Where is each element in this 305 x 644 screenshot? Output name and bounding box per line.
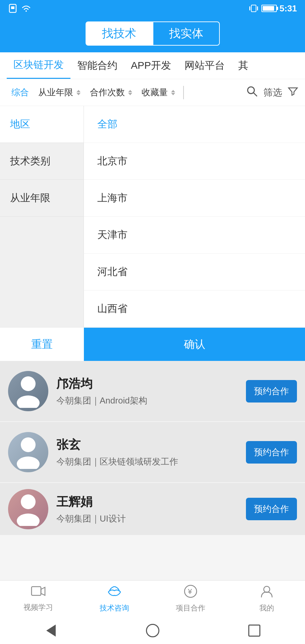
svg-line-6 — [254, 93, 257, 96]
avatar-1[interactable] — [8, 371, 48, 411]
book-coop-btn-2[interactable]: 预约合作 — [246, 441, 297, 464]
confirm-button[interactable]: 确认 — [84, 328, 305, 361]
dropdown-left-tech[interactable]: 技术类别 — [0, 143, 84, 180]
person-desc-1: 今朝集团｜Android架构 — [56, 395, 238, 407]
dropdown-right-options: 全部 北京市 上海市 天津市 河北省 山西省 — [84, 106, 305, 327]
person-list: 邝浩均 今朝集团｜Android架构 预约合作 张玄 今朝集团｜区块链领域研发工… — [0, 361, 305, 535]
battery-icon — [261, 5, 277, 12]
tab-find-tech[interactable]: 找技术 — [86, 21, 153, 46]
filter-funnel-icon[interactable] — [288, 86, 298, 99]
svg-rect-3 — [249, 6, 250, 10]
person-info-1: 邝浩均 今朝集团｜Android架构 — [56, 376, 238, 407]
svg-point-9 — [21, 437, 36, 452]
cat-smart-contract[interactable]: 智能合约 — [70, 52, 124, 79]
coop-sort-arrow — [128, 90, 132, 95]
svg-point-17 — [264, 586, 270, 592]
svg-rect-4 — [257, 6, 258, 10]
search-icon[interactable] — [246, 85, 258, 100]
category-nav: 区块链开发 智能合约 APP开发 网站平台 其 — [0, 52, 305, 79]
nav-project[interactable]: ¥ 项目合作 — [153, 585, 229, 613]
dropdown-panel: 地区 技术类别 从业年限 全部 北京市 上海市 天津市 河北省 山西省 — [0, 106, 305, 327]
svg-rect-1 — [11, 6, 14, 9]
dropdown-option-shanxi[interactable]: 山西省 — [84, 290, 305, 327]
book-coop-btn-3[interactable]: 预约合作 — [246, 498, 297, 520]
android-nav — [0, 617, 305, 644]
dropdown-option-tianjin[interactable]: 天津市 — [84, 217, 305, 254]
status-bar-left — [8, 4, 32, 13]
filter-text[interactable]: 筛选 — [263, 86, 282, 99]
cat-website[interactable]: 网站平台 — [178, 52, 232, 79]
time-display: 5:31 — [279, 3, 297, 14]
person-info-3: 王辉娟 今朝集团｜UI设计 — [56, 494, 238, 525]
filter-cooperation[interactable]: 合作次数 — [85, 87, 137, 98]
svg-point-5 — [248, 87, 254, 94]
mine-icon — [260, 585, 273, 601]
nav-mine[interactable]: 我的 — [229, 585, 305, 613]
cat-blockchain[interactable]: 区块链开发 — [7, 52, 70, 79]
wifi-icon — [21, 4, 32, 13]
nav-project-label: 项目合作 — [176, 603, 205, 613]
avatar-img-3 — [15, 492, 42, 526]
dropdown-option-all[interactable]: 全部 — [84, 106, 305, 143]
svg-point-12 — [17, 514, 40, 526]
svg-text:¥: ¥ — [188, 587, 192, 596]
person-info-2: 张玄 今朝集团｜区块链领域研发工作 — [56, 437, 238, 468]
svg-marker-14 — [41, 587, 45, 595]
back-button[interactable] — [41, 621, 61, 641]
status-bar-right: 5:31 — [249, 3, 297, 14]
dropdown-option-shanghai[interactable]: 上海市 — [84, 180, 305, 217]
dropdown-option-hebei[interactable]: 河北省 — [84, 254, 305, 290]
filter-comprehensive[interactable]: 综合 — [7, 87, 34, 98]
tab-find-entity[interactable]: 找实体 — [153, 21, 220, 46]
svg-point-7 — [21, 376, 36, 391]
nav-mine-label: 我的 — [259, 603, 274, 613]
avatar-2[interactable] — [8, 432, 48, 472]
sim-icon — [8, 4, 17, 13]
header-tabs: 找技术 找实体 — [0, 17, 305, 52]
vibrate-icon — [249, 4, 259, 13]
cat-other[interactable]: 其 — [232, 52, 255, 79]
person-desc-3: 今朝集团｜UI设计 — [56, 513, 238, 525]
dropdown-bottom-bar: 重置 确认 — [0, 327, 305, 361]
nav-tech-consult[interactable]: 技术咨询 — [76, 585, 152, 613]
years-sort-arrow — [77, 90, 81, 95]
video-icon-svg — [31, 585, 46, 597]
person-card-2: 张玄 今朝集团｜区块链领域研发工作 预约合作 — [0, 422, 305, 482]
filter-favorites[interactable]: 收藏量 — [137, 87, 180, 98]
cat-app-dev[interactable]: APP开发 — [124, 52, 178, 79]
fav-sort-arrow — [171, 90, 175, 95]
user-icon — [260, 585, 273, 598]
yen-icon: ¥ — [183, 585, 198, 598]
avatar-img-1 — [15, 374, 42, 408]
dropdown-left-years[interactable]: 从业年限 — [0, 180, 84, 217]
reset-button[interactable]: 重置 — [0, 328, 84, 361]
book-coop-btn-1[interactable]: 预约合作 — [246, 380, 297, 402]
bottom-nav: 视频学习 技术咨询 ¥ 项目合作 我的 — [0, 580, 305, 617]
avatar-3[interactable] — [8, 489, 48, 529]
nav-video-label: 视频学习 — [23, 602, 53, 612]
filter-icons: 筛选 — [246, 85, 298, 100]
dropdown-left-menu: 地区 技术类别 从业年限 — [0, 106, 84, 327]
svg-rect-2 — [251, 5, 256, 12]
nav-tech-label: 技术咨询 — [100, 603, 129, 613]
recents-button[interactable] — [244, 621, 264, 641]
home-button[interactable] — [143, 621, 163, 641]
person-card-1: 邝浩均 今朝集团｜Android架构 预约合作 — [0, 361, 305, 421]
filter-divider — [183, 86, 184, 99]
nav-video[interactable]: 视频学习 — [0, 585, 76, 612]
dropdown-option-beijing[interactable]: 北京市 — [84, 143, 305, 180]
dropdown-left-region[interactable]: 地区 — [0, 106, 84, 143]
person-name-3: 王辉娟 — [56, 494, 238, 510]
avatar-img-2 — [15, 435, 42, 469]
person-card-3: 王辉娟 今朝集团｜UI设计 预约合作 — [0, 483, 305, 535]
status-bar: 5:31 — [0, 0, 305, 17]
person-name-1: 邝浩均 — [56, 376, 238, 392]
svg-rect-13 — [32, 587, 41, 595]
filter-bar: 综合 从业年限 合作次数 收藏量 筛选 — [0, 79, 305, 106]
person-name-2: 张玄 — [56, 437, 238, 453]
svg-point-11 — [21, 494, 36, 509]
svg-point-10 — [17, 457, 40, 469]
filter-years[interactable]: 从业年限 — [34, 87, 85, 98]
project-icon: ¥ — [183, 585, 198, 601]
svg-point-8 — [17, 395, 40, 408]
